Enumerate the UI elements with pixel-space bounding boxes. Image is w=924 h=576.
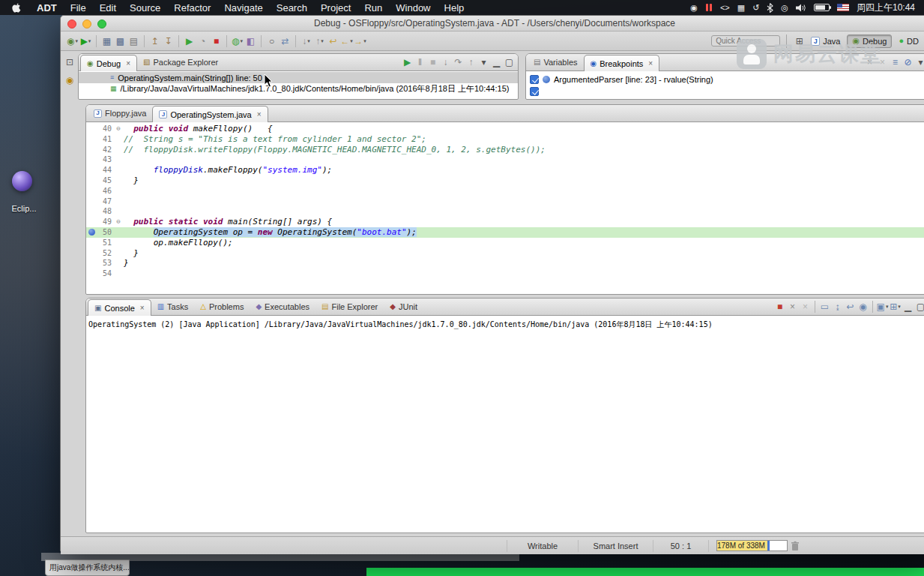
- tab-file-explorer[interactable]: ▤File Explorer: [315, 298, 384, 315]
- view-menu-icon[interactable]: ▾: [477, 56, 490, 70]
- maximize-icon[interactable]: ▢: [503, 56, 516, 70]
- new-wizard-icon[interactable]: ◍▾: [231, 34, 244, 48]
- code-line-40[interactable]: 40⊖ public void makeFllopy() {: [86, 124, 924, 134]
- tab-floppy-java[interactable]: JFloppy.java: [88, 105, 152, 122]
- new-task-icon[interactable]: ◧: [244, 34, 257, 48]
- clear-console-icon[interactable]: ▭: [818, 300, 831, 314]
- next-annotation-icon[interactable]: ↓▾: [300, 34, 312, 48]
- apple-icon[interactable]: [12, 2, 21, 13]
- editor-code-area[interactable]: 40⊖ public void makeFllopy() {41// Strin…: [86, 122, 924, 279]
- annotation-ruler[interactable]: [86, 248, 97, 259]
- forward-icon[interactable]: →▾: [354, 34, 366, 48]
- menu-help[interactable]: Help: [438, 2, 471, 14]
- step-into-icon[interactable]: ↓: [439, 56, 452, 70]
- close-icon[interactable]: ×: [257, 110, 262, 118]
- display-selected-console-icon[interactable]: ▣▾: [876, 300, 889, 314]
- annotation-ruler[interactable]: [86, 196, 97, 207]
- breakpoint-checkbox[interactable]: [530, 87, 539, 96]
- annotation-ruler[interactable]: [86, 124, 97, 134]
- code-brackets-icon[interactable]: <>: [720, 4, 730, 12]
- code-line-48[interactable]: 48: [86, 206, 924, 217]
- code-line-51[interactable]: 51 op.makeFllopy();: [86, 238, 924, 248]
- display-icon[interactable]: ◎: [781, 4, 788, 12]
- fold-minus-icon[interactable]: ⊖: [113, 124, 124, 134]
- close-window-button[interactable]: [67, 20, 76, 28]
- run-last-icon[interactable]: ▶: [183, 34, 196, 48]
- menu-search[interactable]: Search: [270, 2, 314, 14]
- previous-annotation-icon[interactable]: ↑▾: [313, 34, 326, 48]
- back-icon[interactable]: ←▾: [340, 34, 353, 48]
- suspend-icon[interactable]: ‖: [414, 56, 426, 70]
- terminate-icon[interactable]: ■: [210, 34, 223, 48]
- terminate-icon[interactable]: ■: [773, 300, 786, 314]
- time-machine-icon[interactable]: ↺: [752, 4, 759, 12]
- background-window-tab[interactable]: 用java做操作系统内核...: [45, 560, 130, 576]
- annotation-ruler[interactable]: [86, 206, 97, 217]
- save-icon[interactable]: ▦: [100, 34, 113, 48]
- save-all-icon[interactable]: ▩: [114, 34, 127, 48]
- debug-view-shortcut-icon[interactable]: ◉: [64, 73, 76, 87]
- pin-console-icon[interactable]: ◉: [857, 300, 869, 314]
- code-line-53[interactable]: 53}: [86, 258, 924, 268]
- tab-tasks[interactable]: ▥Tasks: [151, 298, 195, 315]
- code-line-46[interactable]: 46: [86, 186, 924, 196]
- search-icon[interactable]: ○: [265, 34, 278, 48]
- code-line-47[interactable]: 47: [86, 196, 924, 207]
- annotation-ruler[interactable]: [86, 165, 97, 176]
- annotation-ruler[interactable]: [86, 217, 97, 227]
- annotation-ruler[interactable]: [86, 134, 97, 145]
- breakpoint-marker-icon[interactable]: [88, 229, 95, 236]
- fold-minus-icon[interactable]: ⊖: [113, 217, 124, 227]
- keyboard-icon[interactable]: ▦: [737, 4, 745, 12]
- annotation-ruler[interactable]: [86, 268, 97, 279]
- menu-navigate[interactable]: Navigate: [217, 2, 269, 14]
- step-over-icon[interactable]: ↷: [452, 56, 465, 70]
- scroll-lock-icon[interactable]: ↨: [831, 300, 844, 314]
- annotation-ruler[interactable]: [86, 176, 97, 186]
- code-line-50[interactable]: 50 OperatingSystem op = new OperatingSys…: [86, 227, 924, 238]
- menu-project[interactable]: Project: [314, 2, 357, 14]
- terminate-icon[interactable]: ■: [426, 56, 439, 70]
- tab-junit[interactable]: ◆JUnit: [384, 298, 423, 315]
- view-menu-icon[interactable]: ▾: [914, 56, 924, 70]
- menu-clock[interactable]: 周四上午10:44: [857, 2, 915, 14]
- code-line-52[interactable]: 52 }: [86, 248, 924, 259]
- export-icon[interactable]: ↥: [148, 34, 161, 48]
- last-edit-location-icon[interactable]: ↩: [327, 34, 339, 48]
- resume-icon[interactable]: ▶: [401, 56, 414, 70]
- code-line-42[interactable]: 42// floppyDisk.writeFloppy(Floppy.MAGNE…: [86, 145, 924, 155]
- code-line-43[interactable]: 43: [86, 154, 924, 165]
- stack-frame[interactable]: ▦/Library/Java/JavaVirtualMachines/jdk1.…: [79, 83, 518, 94]
- breakpoint-row[interactable]: ArgumentedParser [line: 23] - rvalue(Str…: [530, 74, 924, 86]
- close-icon[interactable]: ×: [140, 304, 145, 312]
- pause-icon[interactable]: [705, 4, 713, 11]
- minimize-window-button[interactable]: [82, 20, 91, 28]
- annotation-ruler[interactable]: [86, 186, 97, 196]
- code-line-45[interactable]: 45 }: [86, 176, 924, 186]
- us-flag-icon[interactable]: [837, 4, 849, 11]
- code-line-49[interactable]: 49⊖ public static void main(String[] arg…: [86, 217, 924, 227]
- desktop-eclipse-icon[interactable]: [12, 171, 32, 191]
- menu-source[interactable]: Source: [123, 2, 167, 14]
- minimize-icon[interactable]: ▁: [902, 300, 914, 314]
- open-console-icon[interactable]: ⊞▾: [889, 300, 902, 314]
- breakpoint-row[interactable]: [530, 86, 924, 98]
- menu-file[interactable]: File: [64, 2, 93, 14]
- tab-executables[interactable]: ◆Executables: [250, 298, 315, 315]
- tab-variables[interactable]: ▤Variables: [528, 54, 584, 70]
- screen-record-icon[interactable]: ◉: [690, 4, 698, 12]
- menu-run[interactable]: Run: [357, 2, 389, 14]
- step-return-icon[interactable]: ↑: [465, 56, 477, 70]
- word-wrap-icon[interactable]: ↩: [844, 300, 857, 314]
- menu-app-name[interactable]: ADT: [30, 2, 64, 14]
- annotation-ruler[interactable]: [86, 154, 97, 165]
- perspective-dd[interactable]: ●DD: [894, 35, 923, 47]
- menu-refactor[interactable]: Refactor: [167, 2, 217, 14]
- battery-icon[interactable]: [814, 4, 830, 11]
- bluetooth-icon[interactable]: [767, 3, 773, 13]
- garbage-collect-icon[interactable]: [791, 541, 800, 551]
- run-icon[interactable]: ▶▾: [79, 34, 92, 48]
- menu-edit[interactable]: Edit: [93, 2, 123, 14]
- debug-icon[interactable]: ◉▾: [66, 34, 79, 48]
- breakpoint-checkbox[interactable]: [530, 75, 539, 84]
